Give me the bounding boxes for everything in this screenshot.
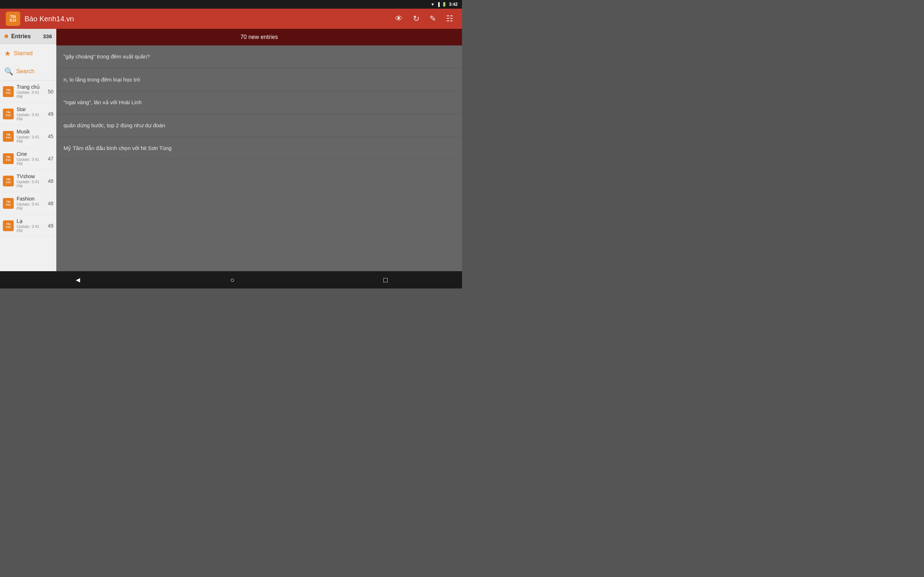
sidebar-feed-item[interactable]: TINK14 Musik Update: 3:41 PM 45 <box>0 125 56 148</box>
feed-info: TVshow Update: 3:41 PM <box>16 174 46 188</box>
feed-name: Lạ <box>16 218 46 224</box>
feed-count: 49 <box>48 223 53 229</box>
article-title: quân dừng bước, top 2 đúng như dự đoán <box>63 122 165 128</box>
feed-update: Update: 3:41 PM <box>16 180 46 188</box>
sidebar-feed-item[interactable]: TINK14 Lạ Update: 3:41 PM 49 <box>0 214 56 237</box>
feed-info: Musik Update: 3:41 PM <box>16 129 46 143</box>
feed-count: 50 <box>48 89 53 95</box>
feed-list: TINK14 Trang chủ Update: 3:41 PM 50 TINK… <box>0 81 56 237</box>
time-display: 3:42 <box>449 2 458 7</box>
feed-count: 49 <box>48 111 53 117</box>
feed-count: 45 <box>48 134 53 139</box>
bottom-nav: ◄ ○ □ <box>0 271 462 288</box>
feed-logo: TINK14 <box>3 108 14 119</box>
recent-button[interactable]: □ <box>376 272 395 288</box>
eye-icon[interactable]: 👁 <box>392 11 406 26</box>
sidebar-feed-item[interactable]: TINK14 Fashion Update: 3:41 PM 48 <box>0 192 56 214</box>
feed-info: Fashion Update: 3:41 PM <box>16 196 46 211</box>
article-item[interactable]: "ngai vàng", lăn xả với Hoài Linh <box>56 91 462 114</box>
sidebar-feed-item[interactable]: TINK14 Cine Update: 3:41 PM 47 <box>0 148 56 170</box>
feed-count: 48 <box>48 200 53 206</box>
star-icon: ★ <box>4 49 11 58</box>
edit-icon[interactable]: ✎ <box>426 11 439 26</box>
feed-name: Trang chủ <box>16 84 46 90</box>
feed-logo: TINK14 <box>3 86 14 97</box>
feed-name: Star <box>16 106 46 112</box>
feed-logo: TINK14 <box>3 131 14 142</box>
article-item[interactable]: Mỹ Tâm dẫn đầu bình chọn với hit Sơn Tùn… <box>56 137 462 160</box>
feed-name: Cine <box>16 151 46 157</box>
back-button[interactable]: ◄ <box>67 272 89 288</box>
sidebar-feed-item[interactable]: TINK14 TVshow Update: 3:41 PM 48 <box>0 170 56 192</box>
app-bar: TIN K14 Báo Kenh14.vn 👁 ↻ ✎ ☷ <box>0 9 462 29</box>
feed-count: 48 <box>48 178 53 184</box>
search-label: Search <box>16 68 35 75</box>
feed-update: Update: 3:41 PM <box>16 113 46 121</box>
main-content: 70 new entries "gây choáng" trong đêm xu… <box>56 29 462 271</box>
battery-icon: 🔋 <box>442 2 447 7</box>
entries-label: Entries <box>11 33 43 40</box>
sidebar: ■ Entries 336 ★ Starred 🔍 Search TINK14 … <box>0 29 56 271</box>
feed-name: Musik <box>16 129 46 134</box>
article-title: n, lo lắng trong đêm loại học trò <box>63 76 140 82</box>
feed-name: TVshow <box>16 174 46 179</box>
article-item[interactable]: "gây choáng" trong đêm xuất quân? <box>56 45 462 69</box>
sidebar-feed-item[interactable]: TINK14 Star Update: 3:41 PM 49 <box>0 103 56 125</box>
sidebar-item-entries[interactable]: ■ Entries 336 <box>0 29 56 44</box>
article-item[interactable]: n, lo lắng trong đêm loại học trò <box>56 69 462 92</box>
sidebar-item-search[interactable]: 🔍 Search <box>0 63 56 81</box>
rss-icon: ■ <box>4 32 8 40</box>
logo-k14: K14 <box>10 19 16 23</box>
feed-logo: TINK14 <box>3 220 14 231</box>
sidebar-item-starred[interactable]: ★ Starred <box>0 44 56 63</box>
starred-label: Starred <box>14 50 32 56</box>
article-list: "gây choáng" trong đêm xuất quân?n, lo l… <box>56 45 462 269</box>
feed-name: Fashion <box>16 196 46 201</box>
feed-info: Cine Update: 3:41 PM <box>16 151 46 166</box>
refresh-icon[interactable]: ↻ <box>410 11 422 26</box>
feed-count: 47 <box>48 156 53 161</box>
entries-count: 336 <box>43 33 52 39</box>
status-bar: ▼ ▐ 🔋 3:42 <box>0 0 462 9</box>
app-title: Báo Kenh14.vn <box>24 15 388 23</box>
wifi-icon: ▼ <box>431 2 435 6</box>
feed-update: Update: 3:41 PM <box>16 135 46 143</box>
feed-update: Update: 3:41 PM <box>16 157 46 166</box>
article-title: "ngai vàng", lăn xả với Hoài Linh <box>63 99 142 105</box>
new-entries-text: 70 new entries <box>241 34 278 40</box>
signal-icon: ▐ <box>437 2 439 6</box>
feed-logo: TINK14 <box>3 198 14 209</box>
article-title: Mỹ Tâm dẫn đầu bình chọn với hit Sơn Tùn… <box>63 145 171 151</box>
article-title: "gây choáng" trong đêm xuất quân? <box>63 53 150 60</box>
feed-update: Update: 3:41 PM <box>16 90 46 99</box>
feed-logo: TINK14 <box>3 176 14 187</box>
feed-info: Trang chủ Update: 3:41 PM <box>16 84 46 99</box>
feed-info: Star Update: 3:41 PM <box>16 106 46 121</box>
app-logo: TIN K14 <box>6 11 20 26</box>
feed-update: Update: 3:41 PM <box>16 224 46 233</box>
feed-info: Lạ Update: 3:41 PM <box>16 218 46 233</box>
home-button[interactable]: ○ <box>223 272 242 288</box>
sidebar-feed-item[interactable]: TINK14 Trang chủ Update: 3:41 PM 50 <box>0 81 56 103</box>
new-entries-banner[interactable]: 70 new entries <box>56 29 462 45</box>
feed-update: Update: 3:41 PM <box>16 202 46 211</box>
filter-icon[interactable]: ☷ <box>443 11 456 26</box>
feed-logo: TINK14 <box>3 153 14 164</box>
search-icon: 🔍 <box>4 67 13 76</box>
article-item[interactable]: quân dừng bước, top 2 đúng như dự đoán <box>56 114 462 137</box>
